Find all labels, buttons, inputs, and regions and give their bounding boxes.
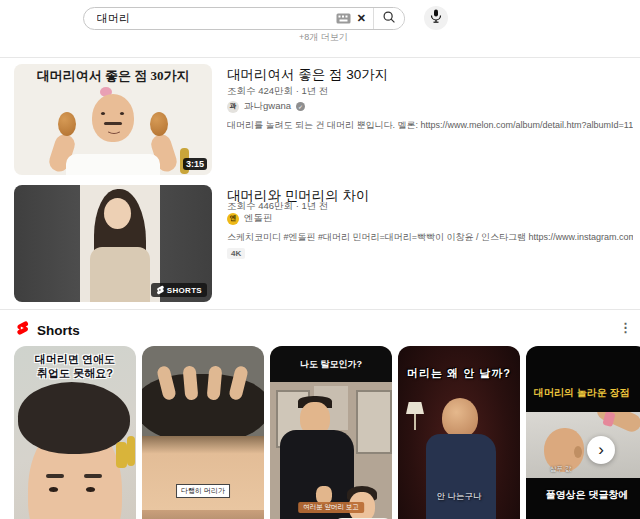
shorts-thumbnail-badge: SHORTS — [151, 283, 207, 297]
shorts-art-ear — [574, 446, 582, 458]
shorts-art-figurine — [116, 442, 127, 468]
shorts-card-1[interactable]: 대머리면 연애도 취업도 못해요? — [14, 346, 136, 519]
more-filters-chip[interactable]: +8개 더보기 — [299, 31, 348, 44]
channel-row-1[interactable]: 과 과나gwana ✓ — [227, 100, 305, 113]
thumbnail-art-face — [104, 198, 131, 229]
overlay-line: 취업도 못해요? — [14, 366, 136, 380]
search-query-text[interactable]: 대머리 — [97, 11, 330, 26]
shorts-art-body — [426, 434, 496, 519]
thumbnail-art-top — [90, 247, 150, 302]
shorts-card-3[interactable]: 나도 탈모인가? 여러분 앞머리 보고 — [270, 346, 392, 519]
shorts-art-lamp — [406, 402, 424, 414]
shorts-caption-pill: 여러분 앞머리 보고 — [298, 502, 364, 513]
thumbnail-overlay-text: 대머리여서 좋은 점 30가지 — [14, 67, 212, 85]
search-input[interactable]: 대머리 ✕ — [84, 8, 373, 29]
shorts-art-finger — [183, 365, 199, 400]
search-button[interactable] — [373, 8, 404, 29]
verified-badge-icon: ✓ — [296, 102, 305, 111]
shorts-art-face-bottom — [142, 510, 264, 519]
video-meta-1: 조회수 424만회 · 1년 전 — [227, 85, 328, 98]
overlay-line: 대머리면 연애도 — [14, 352, 136, 366]
shorts-art-forehead — [142, 436, 264, 510]
shorts-card-4[interactable]: 머리는 왜 안 날까? 안 나는구나 — [398, 346, 520, 519]
quality-badge: 4K — [227, 248, 245, 259]
duration-badge: 3:15 — [183, 158, 207, 170]
shorts-overlay-text: 대머리면 연애도 취업도 못해요? — [14, 352, 136, 380]
youtube-search-results-page: 대머리 ✕ +8개 더보기 대머리여서 좋은 점 30가지 — [0, 0, 640, 519]
shorts-art-brow — [84, 474, 102, 478]
shorts-art-eye — [86, 487, 95, 492]
chevron-right-icon: › — [598, 441, 604, 458]
shorts-section-title: Shorts — [37, 323, 80, 338]
shorts-subtitle-text: 안 나는구나 — [398, 491, 520, 503]
thumbnail-art-egg — [58, 112, 76, 136]
keyboard-icon[interactable] — [336, 13, 351, 24]
clear-search-icon[interactable]: ✕ — [357, 13, 366, 24]
shorts-overlay-text: 머리는 왜 안 날까? — [398, 366, 520, 381]
shorts-art-brow — [46, 474, 64, 478]
shorts-art-mirror — [356, 390, 392, 454]
microphone-icon — [430, 9, 442, 27]
thumbnail-art-shirt — [66, 154, 160, 175]
shorts-art-eye — [49, 487, 58, 492]
shorts-art-arm — [594, 412, 640, 435]
shorts-logo-icon — [14, 320, 30, 340]
channel-name[interactable]: 엔돌핀 — [244, 212, 273, 225]
shorts-art-video-frame — [526, 412, 640, 478]
shorts-overlay-text: 나도 탈모인가? — [270, 346, 392, 382]
shorts-card-5[interactable]: 대머리의 놀라운 장점 샴푸 값 풀영상은 댓글창에 — [526, 346, 640, 519]
shorts-art-hair — [18, 382, 130, 454]
carousel-next-button[interactable]: › — [587, 436, 615, 464]
shorts-card-2[interactable]: 다행히 머리가 — [142, 346, 264, 519]
video-title-1[interactable]: 대머리여서 좋은 점 30가지 — [227, 66, 388, 84]
video-thumbnail-1[interactable]: 대머리여서 좋은 점 30가지 3:15 — [14, 64, 212, 175]
thumbnail-art-eye — [101, 112, 105, 115]
thumbnail-art-head — [92, 94, 134, 142]
shorts-overlay-text: 대머리의 놀라운 장점 — [534, 386, 630, 400]
channel-row-2[interactable]: 엔 엔돌핀 — [227, 212, 273, 225]
shorts-art-bald-head — [442, 398, 478, 438]
header-divider — [0, 57, 640, 58]
shorts-menu-icon[interactable]: ⋮ — [615, 320, 636, 335]
shorts-art-lamp-stem — [414, 414, 416, 430]
shorts-section-header: Shorts — [14, 320, 80, 340]
thumbnail-art-eye — [120, 112, 124, 115]
channel-avatar[interactable]: 엔 — [227, 213, 239, 225]
shorts-badge-label: SHORTS — [167, 286, 202, 295]
voice-search-button[interactable] — [424, 6, 448, 30]
shorts-subtitle-text: 풀영상은 댓글창에 — [526, 488, 640, 502]
thumbnail-art-smile — [106, 124, 122, 134]
thumbnail-art-egg — [150, 112, 168, 136]
shorts-caption-box: 다행히 머리가 — [176, 484, 230, 498]
channel-name[interactable]: 과나gwana — [244, 100, 291, 113]
search-bar[interactable]: 대머리 ✕ — [83, 7, 405, 30]
section-divider — [0, 309, 640, 310]
channel-avatar[interactable]: 과 — [227, 101, 239, 113]
shorts-art-figurine — [127, 436, 135, 466]
thumbnail-portrait — [80, 185, 160, 302]
shorts-icon — [156, 285, 164, 295]
video-description-2: 스케치코미디 #엔돌핀 #대머리 민머리=대머리=빡빡이 이창윤 / 인스타그램… — [227, 231, 633, 244]
video-thumbnail-2[interactable]: SHORTS — [14, 185, 212, 302]
search-icon — [382, 10, 396, 28]
video-description-1: 대머리를 놀려도 되는 건 대머리 뿐입니다. 멜론: https://www.… — [227, 119, 633, 132]
shorts-frame-caption: 샴푸 값 — [550, 465, 571, 474]
